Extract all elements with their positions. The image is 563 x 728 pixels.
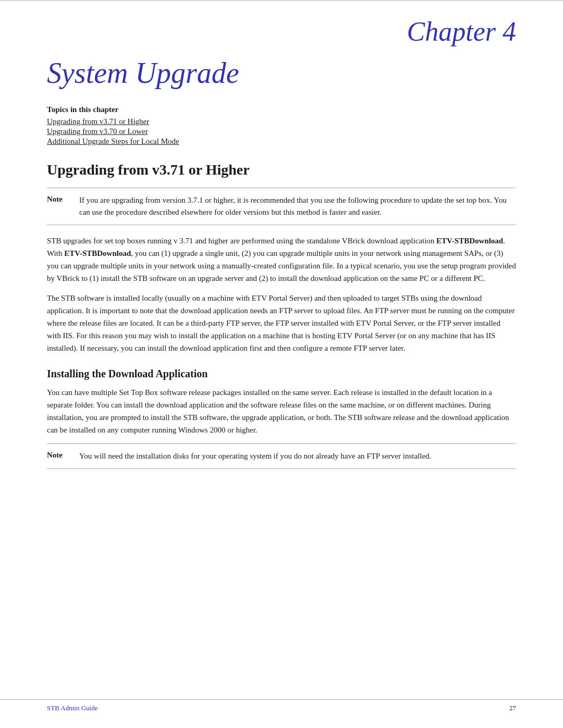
- footer-right: 27: [509, 704, 516, 712]
- section1-heading: Upgrading from v3.71 or Higher: [47, 162, 516, 178]
- bold-etv2: ETV-STBDownload: [64, 249, 131, 257]
- note-label-2: Note: [47, 450, 71, 460]
- topics-link-1[interactable]: Upgrading from v3.71 or Higher: [47, 117, 149, 126]
- topics-link-2[interactable]: Upgrading from v3.70 or Lower: [47, 127, 148, 135]
- page-footer: STB Admin Guide 27: [0, 699, 563, 712]
- topics-heading: Topics in this chapter: [47, 105, 516, 114]
- note-box-2: Note You will need the installation disk…: [47, 443, 516, 469]
- topics-list: Upgrading from v3.71 or Higher Upgrading…: [47, 117, 516, 146]
- section1-paragraph2: The STB software is installed locally (u…: [47, 292, 516, 354]
- note-box-1: Note If you are upgrading from version 3…: [47, 188, 516, 226]
- chapter-header: Chapter 4: [0, 1, 563, 52]
- note-text-1: If you are upgrading from version 3.7.1 …: [79, 194, 516, 219]
- bold-etv1: ETV-STBDownload: [436, 237, 503, 245]
- topics-section: Topics in this chapter Upgrading from v3…: [47, 105, 516, 146]
- topics-link-3[interactable]: Additional Upgrade Steps for Local Mode: [47, 137, 179, 145]
- list-item: Upgrading from v3.70 or Lower: [47, 127, 516, 136]
- chapter-label: Chapter 4: [407, 17, 516, 46]
- note-text-2: You will need the installation disks for…: [79, 450, 431, 462]
- list-item: Upgrading from v3.71 or Higher: [47, 117, 516, 126]
- list-item: Additional Upgrade Steps for Local Mode: [47, 137, 516, 146]
- page-container: Chapter 4 System Upgrade Topics in this …: [0, 0, 563, 728]
- section2-paragraph1: You can have multiple Set Top Box softwa…: [47, 386, 516, 436]
- section2-heading: Installing the Download Application: [47, 368, 516, 380]
- content-area: System Upgrade Topics in this chapter Up…: [0, 57, 563, 510]
- note-label-1: Note: [47, 194, 71, 204]
- footer-left: STB Admin Guide: [47, 704, 98, 712]
- page-title: System Upgrade: [47, 57, 516, 90]
- section1-paragraph1: STB upgrades for set top boxes running v…: [47, 235, 516, 285]
